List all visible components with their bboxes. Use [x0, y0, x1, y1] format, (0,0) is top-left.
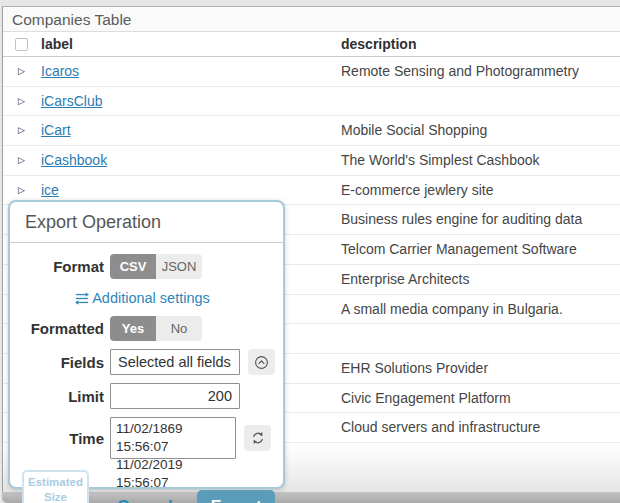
additional-settings-label: Additional settings — [92, 290, 210, 306]
collapse-fields-button[interactable] — [248, 349, 275, 375]
fields-label: Fields — [14, 354, 110, 371]
sliders-icon — [75, 292, 89, 305]
company-description: E-commerce jewlery site — [341, 176, 493, 206]
column-header-description[interactable]: description — [341, 32, 416, 57]
company-description: Telcom Carrier Management Software — [341, 235, 577, 265]
company-description: The World's Simplest Cashbook — [341, 146, 540, 176]
estimated-size-button: Estimated Size ~410 KB — [22, 470, 89, 503]
table-row: ▷ iCarsClub — [3, 87, 620, 117]
format-option-csv[interactable]: CSV — [110, 254, 156, 279]
limit-row: Limit — [14, 383, 271, 409]
expand-caret-icon[interactable]: ▷ — [18, 87, 25, 117]
limit-label: Limit — [14, 388, 110, 405]
select-all-checkbox[interactable] — [15, 38, 28, 51]
formatted-option-no[interactable]: No — [156, 316, 202, 341]
time-end-value: 11/02/2019 15:56:07 — [116, 456, 230, 492]
table-row: ▷ iCashbook The World's Simplest Cashboo… — [3, 146, 620, 176]
export-button[interactable]: Export — [197, 490, 276, 503]
limit-input[interactable] — [110, 383, 240, 409]
chevron-circle-up-icon — [254, 355, 269, 370]
modal-body: Format CSV JSON Addi — [10, 243, 283, 503]
export-operation-modal: Export Operation Format CSV JSON — [8, 200, 285, 489]
company-description: Mobile Social Shopping — [341, 116, 487, 146]
format-label: Format — [14, 258, 110, 275]
refresh-icon — [251, 431, 265, 445]
company-description: Cloud servers and infrastructure — [341, 413, 540, 443]
estimated-size-caption: Estimated Size — [28, 475, 83, 503]
time-range-input[interactable]: 11/02/1869 15:56:07 11/02/2019 15:56:07 — [110, 417, 236, 459]
column-header-label[interactable]: label — [41, 32, 73, 57]
panel-title: Companies Table — [3, 7, 620, 32]
company-label-link[interactable]: iCart — [41, 116, 71, 146]
formatted-option-yes[interactable]: Yes — [110, 316, 156, 341]
time-label: Time — [14, 430, 110, 447]
modal-title: Export Operation — [10, 202, 283, 243]
refresh-time-button[interactable] — [244, 425, 271, 451]
company-description: A small media company in Bulgaria. — [341, 295, 563, 325]
fields-row: Fields — [14, 349, 271, 375]
table-row: ▷ iCart Mobile Social Shopping — [3, 116, 620, 146]
time-row: Time 11/02/1869 15:56:07 11/02/2019 15:5… — [14, 417, 271, 459]
formatted-toggle: Yes No — [110, 316, 202, 341]
cancel-button[interactable]: Cancel — [117, 497, 173, 503]
table-row: ▷ Icaros Remote Sensing and Photogrammet… — [3, 57, 620, 87]
formatted-row: Formatted Yes No — [14, 316, 271, 341]
company-label-link[interactable]: iCarsClub — [41, 87, 102, 117]
time-start-value: 11/02/1869 15:56:07 — [116, 420, 230, 456]
company-description: Enterprise Architects — [341, 265, 469, 295]
company-description: Business rules engine for auditing data — [341, 205, 582, 235]
additional-settings-link[interactable]: Additional settings — [75, 290, 210, 306]
format-toggle: CSV JSON — [110, 254, 202, 279]
fields-input[interactable] — [110, 349, 240, 375]
expand-caret-icon[interactable]: ▷ — [18, 57, 25, 87]
company-label-link[interactable]: iCashbook — [41, 146, 107, 176]
format-option-json[interactable]: JSON — [156, 254, 202, 279]
company-label-link[interactable]: Icaros — [41, 57, 79, 87]
table-header-row: label description — [3, 32, 620, 57]
company-description: Civic Engagement Platform — [341, 384, 511, 414]
format-row: Format CSV JSON — [14, 254, 271, 279]
additional-settings-row: Additional settings — [14, 289, 271, 307]
expand-caret-icon[interactable]: ▷ — [18, 116, 25, 146]
formatted-label: Formatted — [14, 320, 110, 337]
company-description: Remote Sensing and Photogrammetry — [341, 57, 579, 87]
company-description: EHR Solutions Provider — [341, 354, 488, 384]
expand-caret-icon[interactable]: ▷ — [18, 146, 25, 176]
screenshot-frame: Companies Table label description ▷ Icar… — [0, 0, 620, 503]
